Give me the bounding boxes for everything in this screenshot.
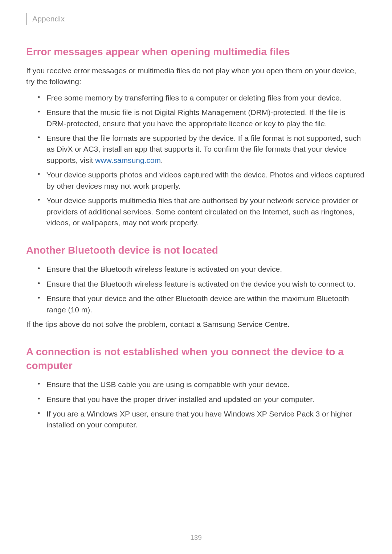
list-item-text: Ensure that the Bluetooth wireless featu… [46, 265, 282, 273]
section-heading: A connection is not established when you… [26, 345, 366, 373]
list-item: Your device supports multimedia files th… [38, 195, 366, 228]
samsung-link[interactable]: www.samsung.com [95, 156, 161, 164]
list-item: Ensure that the Bluetooth wireless featu… [38, 279, 366, 290]
list-item-text-post: . [161, 156, 163, 164]
page-number: 139 [0, 534, 392, 542]
list-item: Ensure that the USB cable you are using … [38, 379, 366, 390]
list-item-text: Ensure that your device and the other Bl… [46, 294, 349, 313]
list-item-text-pre: Ensure that the file formats are support… [46, 134, 361, 164]
list-item-text: Ensure that the music file is not Digita… [46, 108, 346, 127]
list-item-text: Ensure that the Bluetooth wireless featu… [46, 280, 355, 288]
list-item: Ensure that your device and the other Bl… [38, 293, 366, 315]
bullet-list: Ensure that the Bluetooth wireless featu… [26, 264, 366, 315]
list-item-text: If you are a Windows XP user, ensure tha… [46, 410, 352, 429]
section-heading: Another Bluetooth device is not located [26, 243, 366, 257]
section-usb-connection: A connection is not established when you… [26, 345, 366, 430]
list-item: If you are a Windows XP user, ensure tha… [38, 409, 366, 431]
section-error-messages: Error messages appear when opening multi… [26, 45, 366, 228]
list-item-text: Free some memory by transferring files t… [46, 94, 342, 102]
list-item: Ensure that the Bluetooth wireless featu… [38, 264, 366, 275]
list-item-text: Ensure that you have the proper driver i… [46, 395, 314, 403]
list-item: Free some memory by transferring files t… [38, 93, 366, 103]
list-item: Your device supports photos and videos c… [38, 169, 366, 192]
section-bluetooth: Another Bluetooth device is not located … [26, 243, 366, 330]
bullet-list: Ensure that the USB cable you are using … [26, 379, 366, 431]
header-section-label: Appendix [32, 15, 65, 23]
list-item-text: Ensure that the USB cable you are using … [46, 380, 290, 389]
bullet-list: Free some memory by transferring files t… [26, 93, 366, 229]
section-closing: If the tips above do not solve the probl… [26, 319, 366, 330]
document-page: Appendix Error messages appear when open… [0, 0, 392, 431]
section-intro: If you receive error messages or multime… [26, 65, 366, 87]
list-item: Ensure that you have the proper driver i… [38, 394, 366, 405]
header-rule-icon [26, 13, 27, 25]
list-item-text: Your device supports multimedia files th… [46, 196, 358, 227]
list-item: Ensure that the file formats are support… [38, 133, 366, 166]
list-item-text: Your device supports photos and videos c… [46, 171, 364, 190]
page-header: Appendix [26, 13, 366, 25]
list-item: Ensure that the music file is not Digita… [38, 107, 366, 129]
section-heading: Error messages appear when opening multi… [26, 45, 366, 59]
